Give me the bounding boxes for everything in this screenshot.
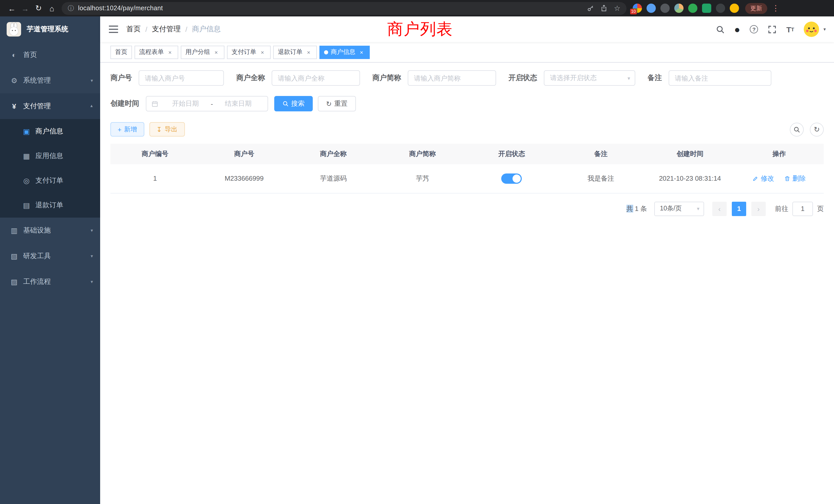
- browser-menu-icon[interactable]: ⋮: [772, 4, 780, 13]
- sidebar-item-label: 支付订单: [36, 176, 63, 185]
- export-button[interactable]: ↧ 导出: [149, 122, 184, 137]
- tab-close-icon[interactable]: ×: [259, 48, 266, 56]
- chevron-up-icon: ▾: [91, 104, 93, 109]
- extension-paw-icon[interactable]: [716, 4, 725, 13]
- delete-link[interactable]: 删除: [784, 174, 806, 183]
- logo-rabbit-image: [6, 22, 22, 37]
- user-avatar[interactable]: [804, 22, 819, 37]
- sidebar-item-label: 支付管理: [23, 101, 51, 111]
- tab-user-group[interactable]: 用户分组 ×: [181, 45, 224, 59]
- merchant-list-page: 商户号 商户全称 商户简称 开启状态 请选择开启状态: [100, 63, 834, 504]
- navbar-actions: ● ? TT ▾: [716, 22, 826, 37]
- sidebar-menu: ◐ 首页 ⚙ 系统管理 ▾ ¥ 支付管理 ▾ ▣ 商户信息: [0, 42, 100, 295]
- status-toggle[interactable]: [502, 174, 522, 184]
- cell-full-name: 芋道源码: [289, 164, 378, 193]
- breadcrumb-home[interactable]: 首页: [126, 25, 141, 34]
- address-bar[interactable]: ⓘ localhost:1024/pay/merchant ☆: [62, 2, 627, 15]
- add-button[interactable]: + 新增: [110, 122, 144, 137]
- browser-reload-button[interactable]: ↻: [32, 2, 45, 15]
- dashboard-icon: ◐: [10, 51, 19, 59]
- header-search-icon[interactable]: [716, 25, 724, 33]
- sidebar-item-label: 退款订单: [36, 201, 63, 210]
- page-1-button[interactable]: 1: [732, 202, 746, 216]
- edit-link[interactable]: 修改: [753, 174, 774, 183]
- prev-page-button[interactable]: ‹: [712, 202, 727, 216]
- sidebar-item-app-info[interactable]: ▦ 应用信息: [0, 144, 100, 168]
- tags-view-bar: 首页 流程表单 × 用户分组 × 支付订单 × 退款订单 ×: [100, 42, 834, 63]
- breadcrumb-payment[interactable]: 支付管理: [152, 25, 181, 34]
- filter-row-1: 商户号 商户全称 商户简称 开启状态 请选择开启状态: [110, 70, 824, 86]
- extension-drop-icon[interactable]: [646, 4, 656, 13]
- app-title: 芋道管理系统: [27, 25, 68, 34]
- page-size-select[interactable]: 10条/页 ▾: [654, 202, 704, 216]
- tab-process-form[interactable]: 流程表单 ×: [135, 45, 178, 59]
- extension-green-square-icon[interactable]: [702, 4, 711, 13]
- sidebar-item-workflow[interactable]: ▨ 工作流程 ▾: [0, 269, 100, 295]
- tab-close-icon[interactable]: ×: [358, 48, 365, 56]
- tab-merchant-info[interactable]: 商户信息 ×: [320, 45, 370, 59]
- gear-icon: ⚙: [10, 76, 19, 85]
- sidebar-item-label: 应用信息: [36, 152, 63, 161]
- site-info-icon[interactable]: ⓘ: [68, 4, 74, 13]
- toggle-search-button[interactable]: [790, 122, 804, 136]
- date-range-picker[interactable]: 开始日期 - 结束日期: [146, 96, 268, 111]
- create-time-label: 创建时间: [110, 99, 139, 108]
- extension-smiley-icon[interactable]: [730, 4, 739, 13]
- sidebar-item-system-mgmt[interactable]: ⚙ 系统管理 ▾: [0, 68, 100, 93]
- remark-input[interactable]: [668, 70, 771, 86]
- chevron-down-icon: ▾: [91, 78, 93, 83]
- tab-close-icon[interactable]: ×: [167, 48, 174, 56]
- download-icon: ↧: [156, 126, 162, 133]
- plus-icon: +: [117, 126, 122, 133]
- user-menu-caret-icon[interactable]: ▾: [824, 27, 826, 32]
- tab-refund-order[interactable]: 退款订单 ×: [273, 45, 317, 59]
- password-key-icon[interactable]: [587, 5, 594, 12]
- browser-update-button[interactable]: 更新: [745, 3, 767, 14]
- full-name-input[interactable]: [272, 70, 360, 86]
- refresh-table-button[interactable]: ↻: [810, 122, 824, 136]
- sidebar-item-label: 系统管理: [23, 76, 51, 85]
- font-size-icon[interactable]: TT: [786, 25, 794, 33]
- share-icon[interactable]: [600, 5, 608, 12]
- tab-close-icon[interactable]: ×: [305, 48, 312, 56]
- sidebar-item-dev-tools[interactable]: ▧ 研发工具 ▾: [0, 243, 100, 269]
- tab-pay-order[interactable]: 支付订单 ×: [227, 45, 271, 59]
- sidebar-item-payment-mgmt[interactable]: ¥ 支付管理 ▾: [0, 93, 100, 119]
- search-button[interactable]: 搜索: [274, 96, 313, 111]
- sidebar-item-refund-order[interactable]: ▤ 退款订单: [0, 193, 100, 217]
- extensions-puzzle-icon[interactable]: 10: [633, 4, 642, 13]
- sidebar-item-merchant-info[interactable]: ▣ 商户信息: [0, 119, 100, 144]
- sidebar-item-label: 研发工具: [23, 251, 51, 261]
- status-label: 开启状态: [508, 73, 537, 83]
- github-icon[interactable]: ●: [734, 24, 740, 34]
- sidebar-item-home[interactable]: ◐ 首页: [0, 42, 100, 68]
- browser-back-button[interactable]: ←: [5, 2, 19, 15]
- menu-collapse-icon[interactable]: [108, 25, 118, 34]
- bookmark-star-icon[interactable]: ☆: [614, 4, 620, 12]
- col-remark: 备注: [556, 144, 645, 164]
- status-select[interactable]: 请选择开启状态 ▾: [544, 70, 635, 86]
- merchant-table: 商户编号 商户号 商户全称 商户简称 开启状态 备注 创建时间 操作 1: [110, 144, 824, 193]
- next-page-button[interactable]: ›: [751, 202, 766, 216]
- extension-dark-icon[interactable]: [660, 4, 670, 13]
- help-icon[interactable]: ?: [750, 25, 758, 33]
- merchant-no-input[interactable]: [139, 70, 224, 86]
- browser-forward-button[interactable]: →: [19, 2, 32, 15]
- extension-badge: 10: [630, 9, 637, 14]
- target-icon: ◎: [22, 177, 31, 185]
- yen-icon: ¥: [10, 102, 19, 110]
- browser-home-button[interactable]: ⌂: [45, 2, 59, 15]
- fullscreen-icon[interactable]: [768, 25, 776, 33]
- tab-close-icon[interactable]: ×: [213, 48, 220, 56]
- reset-button[interactable]: ↻ 重置: [318, 96, 356, 111]
- sidebar-item-infrastructure[interactable]: ▥ 基础设施 ▾: [0, 217, 100, 243]
- tab-home[interactable]: 首页: [110, 45, 132, 59]
- app-logo[interactable]: 芋道管理系统: [0, 17, 100, 42]
- goto-page-input[interactable]: [792, 202, 813, 216]
- document-icon: ▤: [22, 201, 31, 209]
- extension-green-circle-icon[interactable]: [688, 4, 697, 13]
- sidebar-item-pay-order[interactable]: ◎ 支付订单: [0, 168, 100, 193]
- extension-avatar-icon[interactable]: [674, 4, 683, 13]
- short-name-input[interactable]: [408, 70, 496, 86]
- cell-actions: 修改 删除: [734, 164, 824, 193]
